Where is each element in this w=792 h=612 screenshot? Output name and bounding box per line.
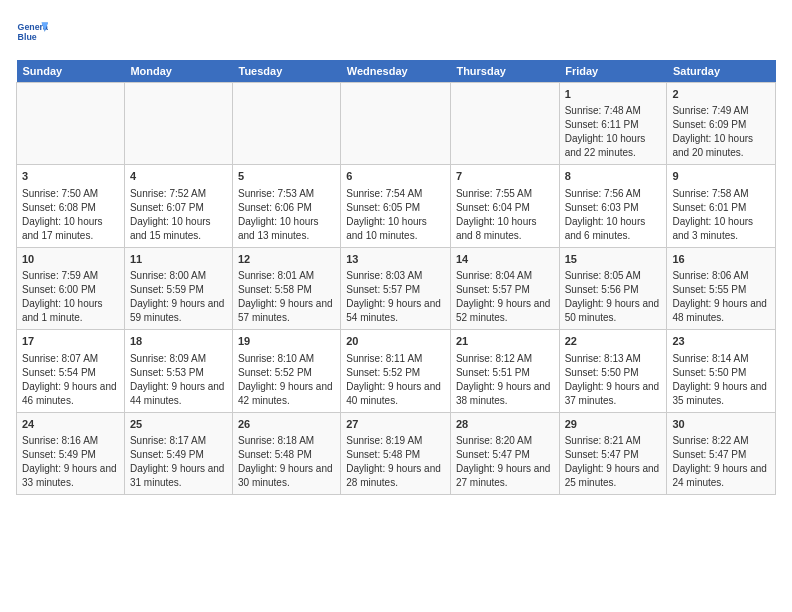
weekday-header: Tuesday [233, 60, 341, 83]
day-info: Sunrise: 7:54 AM Sunset: 6:05 PM Dayligh… [346, 187, 445, 243]
day-number: 5 [238, 169, 335, 184]
day-number: 26 [238, 417, 335, 432]
day-info: Sunrise: 7:56 AM Sunset: 6:03 PM Dayligh… [565, 187, 662, 243]
calendar-table: SundayMondayTuesdayWednesdayThursdayFrid… [16, 60, 776, 495]
weekday-header: Sunday [17, 60, 125, 83]
day-number: 9 [672, 169, 770, 184]
day-info: Sunrise: 8:10 AM Sunset: 5:52 PM Dayligh… [238, 352, 335, 408]
day-info: Sunrise: 8:03 AM Sunset: 5:57 PM Dayligh… [346, 269, 445, 325]
calendar-cell: 3Sunrise: 7:50 AM Sunset: 6:08 PM Daylig… [17, 165, 125, 247]
logo: General Blue [16, 16, 52, 48]
calendar-cell: 4Sunrise: 7:52 AM Sunset: 6:07 PM Daylig… [124, 165, 232, 247]
calendar-cell [341, 83, 451, 165]
calendar-cell: 24Sunrise: 8:16 AM Sunset: 5:49 PM Dayli… [17, 412, 125, 494]
calendar-cell: 11Sunrise: 8:00 AM Sunset: 5:59 PM Dayli… [124, 247, 232, 329]
day-number: 1 [565, 87, 662, 102]
calendar-header-row: SundayMondayTuesdayWednesdayThursdayFrid… [17, 60, 776, 83]
day-info: Sunrise: 7:48 AM Sunset: 6:11 PM Dayligh… [565, 104, 662, 160]
day-number: 14 [456, 252, 554, 267]
calendar-week-row: 3Sunrise: 7:50 AM Sunset: 6:08 PM Daylig… [17, 165, 776, 247]
calendar-cell: 21Sunrise: 8:12 AM Sunset: 5:51 PM Dayli… [450, 330, 559, 412]
day-number: 22 [565, 334, 662, 349]
day-number: 16 [672, 252, 770, 267]
day-number: 24 [22, 417, 119, 432]
day-info: Sunrise: 8:16 AM Sunset: 5:49 PM Dayligh… [22, 434, 119, 490]
day-info: Sunrise: 8:20 AM Sunset: 5:47 PM Dayligh… [456, 434, 554, 490]
calendar-cell: 29Sunrise: 8:21 AM Sunset: 5:47 PM Dayli… [559, 412, 667, 494]
day-info: Sunrise: 7:52 AM Sunset: 6:07 PM Dayligh… [130, 187, 227, 243]
day-info: Sunrise: 8:14 AM Sunset: 5:50 PM Dayligh… [672, 352, 770, 408]
day-number: 4 [130, 169, 227, 184]
day-info: Sunrise: 7:59 AM Sunset: 6:00 PM Dayligh… [22, 269, 119, 325]
calendar-cell: 26Sunrise: 8:18 AM Sunset: 5:48 PM Dayli… [233, 412, 341, 494]
day-info: Sunrise: 7:58 AM Sunset: 6:01 PM Dayligh… [672, 187, 770, 243]
calendar-cell: 20Sunrise: 8:11 AM Sunset: 5:52 PM Dayli… [341, 330, 451, 412]
calendar-cell: 5Sunrise: 7:53 AM Sunset: 6:06 PM Daylig… [233, 165, 341, 247]
day-info: Sunrise: 8:18 AM Sunset: 5:48 PM Dayligh… [238, 434, 335, 490]
day-info: Sunrise: 8:12 AM Sunset: 5:51 PM Dayligh… [456, 352, 554, 408]
day-info: Sunrise: 8:11 AM Sunset: 5:52 PM Dayligh… [346, 352, 445, 408]
day-info: Sunrise: 8:05 AM Sunset: 5:56 PM Dayligh… [565, 269, 662, 325]
day-number: 6 [346, 169, 445, 184]
calendar-cell: 22Sunrise: 8:13 AM Sunset: 5:50 PM Dayli… [559, 330, 667, 412]
day-number: 17 [22, 334, 119, 349]
day-info: Sunrise: 8:09 AM Sunset: 5:53 PM Dayligh… [130, 352, 227, 408]
day-number: 21 [456, 334, 554, 349]
calendar-cell [124, 83, 232, 165]
calendar-week-row: 17Sunrise: 8:07 AM Sunset: 5:54 PM Dayli… [17, 330, 776, 412]
calendar-cell: 13Sunrise: 8:03 AM Sunset: 5:57 PM Dayli… [341, 247, 451, 329]
calendar-cell: 2Sunrise: 7:49 AM Sunset: 6:09 PM Daylig… [667, 83, 776, 165]
calendar-cell: 6Sunrise: 7:54 AM Sunset: 6:05 PM Daylig… [341, 165, 451, 247]
day-info: Sunrise: 7:49 AM Sunset: 6:09 PM Dayligh… [672, 104, 770, 160]
weekday-header: Wednesday [341, 60, 451, 83]
day-number: 13 [346, 252, 445, 267]
logo-icon: General Blue [16, 16, 48, 48]
day-info: Sunrise: 8:07 AM Sunset: 5:54 PM Dayligh… [22, 352, 119, 408]
day-number: 20 [346, 334, 445, 349]
day-info: Sunrise: 8:04 AM Sunset: 5:57 PM Dayligh… [456, 269, 554, 325]
calendar-week-row: 1Sunrise: 7:48 AM Sunset: 6:11 PM Daylig… [17, 83, 776, 165]
calendar-cell: 25Sunrise: 8:17 AM Sunset: 5:49 PM Dayli… [124, 412, 232, 494]
calendar-cell: 30Sunrise: 8:22 AM Sunset: 5:47 PM Dayli… [667, 412, 776, 494]
day-number: 8 [565, 169, 662, 184]
day-info: Sunrise: 7:53 AM Sunset: 6:06 PM Dayligh… [238, 187, 335, 243]
day-number: 10 [22, 252, 119, 267]
calendar-cell [233, 83, 341, 165]
day-info: Sunrise: 8:19 AM Sunset: 5:48 PM Dayligh… [346, 434, 445, 490]
calendar-week-row: 24Sunrise: 8:16 AM Sunset: 5:49 PM Dayli… [17, 412, 776, 494]
day-number: 30 [672, 417, 770, 432]
day-info: Sunrise: 8:06 AM Sunset: 5:55 PM Dayligh… [672, 269, 770, 325]
day-number: 7 [456, 169, 554, 184]
day-number: 3 [22, 169, 119, 184]
calendar-cell: 17Sunrise: 8:07 AM Sunset: 5:54 PM Dayli… [17, 330, 125, 412]
day-info: Sunrise: 8:21 AM Sunset: 5:47 PM Dayligh… [565, 434, 662, 490]
weekday-header: Thursday [450, 60, 559, 83]
day-number: 2 [672, 87, 770, 102]
calendar-cell: 16Sunrise: 8:06 AM Sunset: 5:55 PM Dayli… [667, 247, 776, 329]
day-info: Sunrise: 7:50 AM Sunset: 6:08 PM Dayligh… [22, 187, 119, 243]
day-number: 18 [130, 334, 227, 349]
calendar-cell: 9Sunrise: 7:58 AM Sunset: 6:01 PM Daylig… [667, 165, 776, 247]
day-number: 29 [565, 417, 662, 432]
calendar-cell [17, 83, 125, 165]
day-number: 28 [456, 417, 554, 432]
svg-text:Blue: Blue [18, 32, 37, 42]
calendar-cell: 1Sunrise: 7:48 AM Sunset: 6:11 PM Daylig… [559, 83, 667, 165]
calendar-cell: 28Sunrise: 8:20 AM Sunset: 5:47 PM Dayli… [450, 412, 559, 494]
calendar-cell: 7Sunrise: 7:55 AM Sunset: 6:04 PM Daylig… [450, 165, 559, 247]
weekday-header: Monday [124, 60, 232, 83]
calendar-cell: 8Sunrise: 7:56 AM Sunset: 6:03 PM Daylig… [559, 165, 667, 247]
day-info: Sunrise: 8:22 AM Sunset: 5:47 PM Dayligh… [672, 434, 770, 490]
calendar-cell: 15Sunrise: 8:05 AM Sunset: 5:56 PM Dayli… [559, 247, 667, 329]
day-info: Sunrise: 8:13 AM Sunset: 5:50 PM Dayligh… [565, 352, 662, 408]
calendar-cell: 12Sunrise: 8:01 AM Sunset: 5:58 PM Dayli… [233, 247, 341, 329]
calendar-cell: 14Sunrise: 8:04 AM Sunset: 5:57 PM Dayli… [450, 247, 559, 329]
day-number: 11 [130, 252, 227, 267]
day-number: 27 [346, 417, 445, 432]
weekday-header: Saturday [667, 60, 776, 83]
day-number: 15 [565, 252, 662, 267]
day-info: Sunrise: 8:00 AM Sunset: 5:59 PM Dayligh… [130, 269, 227, 325]
day-info: Sunrise: 8:01 AM Sunset: 5:58 PM Dayligh… [238, 269, 335, 325]
page-header: General Blue [16, 16, 776, 48]
day-info: Sunrise: 7:55 AM Sunset: 6:04 PM Dayligh… [456, 187, 554, 243]
